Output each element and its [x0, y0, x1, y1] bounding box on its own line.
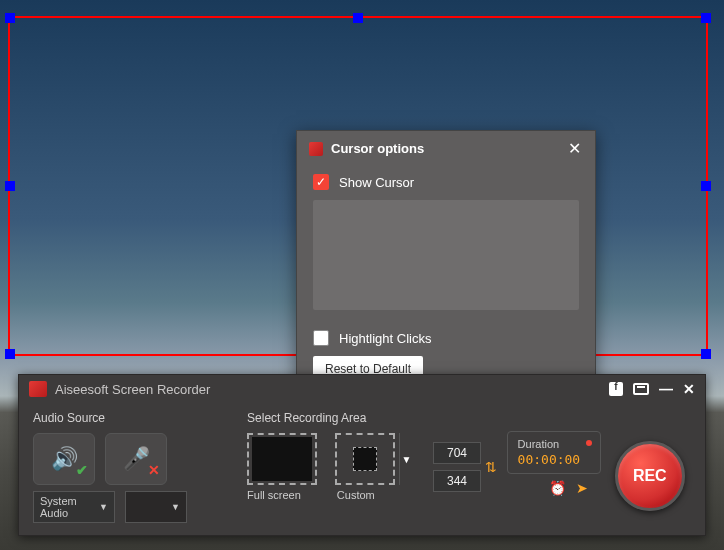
timer-icon[interactable]: ⏰ [549, 480, 566, 496]
custom-area-dropdown[interactable]: ▼ [399, 433, 413, 485]
cursor-preview-box [313, 200, 579, 310]
dialog-header: Cursor options ✕ [297, 131, 595, 166]
chevron-down-icon: ▼ [99, 502, 108, 512]
full-screen-label: Full screen [247, 489, 301, 501]
duration-label: Duration [518, 438, 590, 450]
resize-handle-tm[interactable] [353, 13, 363, 23]
show-cursor-checkbox[interactable]: ✓ [313, 174, 329, 190]
record-button-label: REC [633, 467, 667, 485]
resize-handle-tl[interactable] [5, 13, 15, 23]
duration-box[interactable]: Duration 00:00:00 [507, 431, 601, 474]
full-screen-button[interactable] [247, 433, 317, 485]
titlebar: Aiseesoft Screen Recorder f — ✕ [19, 375, 705, 403]
resize-handle-br[interactable] [701, 349, 711, 359]
close-icon[interactable]: ✕ [565, 139, 583, 158]
highlight-clicks-label: Hightlight Clicks [339, 331, 431, 346]
width-input[interactable] [433, 442, 481, 464]
system-audio-button[interactable]: ✔ [33, 433, 95, 485]
highlight-clicks-row[interactable]: Hightlight Clicks [313, 326, 579, 356]
recorder-toolbar: Aiseesoft Screen Recorder f — ✕ Audio So… [18, 374, 706, 536]
system-audio-select-label: System Audio [40, 495, 99, 519]
feedback-icon[interactable] [633, 383, 649, 395]
system-audio-select[interactable]: System Audio ▼ [33, 491, 115, 523]
recording-area-label: Select Recording Area [247, 411, 425, 425]
x-icon: ✕ [148, 462, 160, 478]
brand-icon [29, 381, 47, 397]
resize-handle-tr[interactable] [701, 13, 711, 23]
microphone-select[interactable]: ▼ [125, 491, 187, 523]
close-icon[interactable]: ✕ [683, 381, 695, 397]
resize-handle-mr[interactable] [701, 181, 711, 191]
resize-handle-ml[interactable] [5, 181, 15, 191]
minimize-icon[interactable]: — [659, 381, 673, 397]
link-dimensions-icon[interactable]: ⇅ [485, 459, 497, 475]
custom-label: Custom [337, 489, 375, 501]
app-title: Aiseesoft Screen Recorder [55, 382, 210, 397]
dialog-title: Cursor options [331, 141, 557, 156]
record-button[interactable]: REC [615, 441, 685, 511]
show-cursor-row[interactable]: ✓ Show Cursor [313, 170, 579, 200]
facebook-icon[interactable]: f [609, 382, 623, 396]
cursor-options-dialog: Cursor options ✕ ✓ Show Cursor Hightligh… [296, 130, 596, 395]
resize-handle-bl[interactable] [5, 349, 15, 359]
microphone-button[interactable]: ✕ [105, 433, 167, 485]
cursor-icon[interactable]: ➤ [576, 480, 588, 496]
app-icon [309, 142, 323, 156]
microphone-icon [123, 446, 150, 472]
height-input[interactable] [433, 470, 481, 492]
chevron-down-icon: ▼ [171, 502, 180, 512]
custom-area-button[interactable] [335, 433, 395, 485]
highlight-clicks-checkbox[interactable] [313, 330, 329, 346]
recording-indicator-icon [586, 440, 592, 446]
check-icon: ✔ [76, 462, 88, 478]
speaker-icon [51, 446, 78, 472]
duration-value: 00:00:00 [518, 452, 590, 467]
audio-source-label: Audio Source [33, 411, 239, 425]
show-cursor-label: Show Cursor [339, 175, 414, 190]
